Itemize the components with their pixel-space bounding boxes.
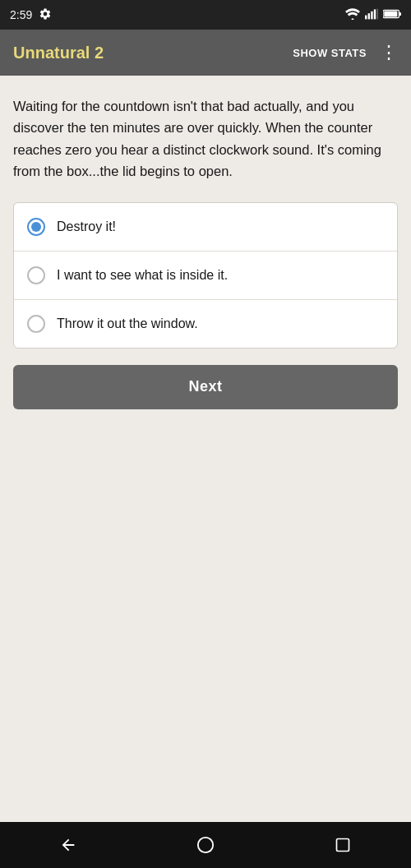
option-item-2[interactable]: I want to see what is inside it.	[14, 252, 397, 300]
recents-nav-button[interactable]	[326, 829, 359, 861]
app-bar-actions: SHOW STATS ⋮	[293, 44, 398, 62]
app-title: Unnatural 2	[13, 44, 293, 62]
back-icon	[59, 836, 77, 854]
svg-rect-4	[376, 8, 378, 19]
radio-button-1[interactable]	[27, 218, 45, 236]
battery-icon	[383, 8, 401, 21]
home-nav-button[interactable]	[189, 829, 222, 861]
option-item-3[interactable]: Throw it out the window.	[14, 300, 397, 348]
app-bar: Unnatural 2 SHOW STATS ⋮	[0, 30, 411, 76]
svg-point-8	[198, 838, 213, 852]
option-label-3: Throw it out the window.	[57, 316, 198, 331]
wifi-icon	[345, 8, 360, 22]
svg-rect-9	[336, 839, 349, 852]
status-bar: 2:59	[0, 0, 411, 30]
svg-rect-3	[374, 9, 376, 19]
radio-button-3[interactable]	[27, 315, 45, 333]
svg-rect-7	[384, 12, 397, 17]
option-item-1[interactable]: Destroy it!	[14, 203, 397, 252]
svg-rect-2	[371, 11, 372, 19]
main-content: Waiting for the countdown isn't that bad…	[0, 76, 411, 822]
radio-button-2[interactable]	[27, 266, 45, 284]
story-text: Waiting for the countdown isn't that bad…	[13, 95, 398, 182]
svg-rect-1	[368, 13, 370, 19]
home-icon	[196, 836, 215, 854]
show-stats-button[interactable]: SHOW STATS	[293, 47, 367, 59]
options-card: Destroy it! I want to see what is inside…	[13, 202, 398, 349]
back-nav-button[interactable]	[52, 829, 85, 861]
status-bar-left: 2:59	[10, 7, 52, 23]
svg-rect-0	[365, 15, 367, 19]
option-label-2: I want to see what is inside it.	[57, 268, 228, 283]
option-label-1: Destroy it!	[57, 219, 116, 234]
status-bar-right	[345, 8, 401, 22]
next-button[interactable]: Next	[13, 365, 398, 409]
nav-bar	[0, 822, 411, 868]
svg-rect-6	[399, 12, 401, 16]
radio-inner-1	[31, 222, 41, 232]
time-display: 2:59	[10, 8, 32, 21]
settings-icon	[39, 7, 52, 23]
more-icon[interactable]: ⋮	[380, 44, 398, 62]
recents-icon	[335, 837, 351, 853]
signal-icon	[365, 8, 378, 22]
